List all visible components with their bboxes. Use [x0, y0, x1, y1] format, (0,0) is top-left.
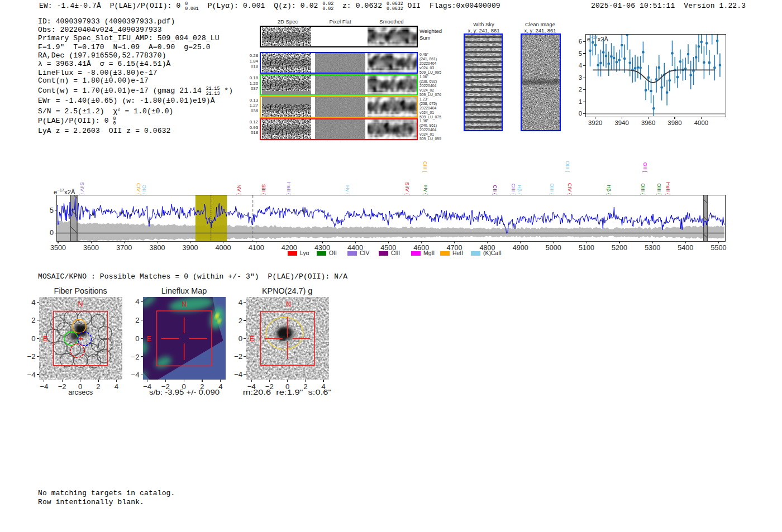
svg-text:N: N: [182, 300, 187, 308]
svg-text:E: E: [42, 335, 47, 343]
svg-text:N: N: [286, 300, 291, 308]
svg-text:E: E: [146, 335, 151, 343]
svg-text:N: N: [78, 300, 83, 308]
svg-text:E: E: [250, 335, 254, 343]
